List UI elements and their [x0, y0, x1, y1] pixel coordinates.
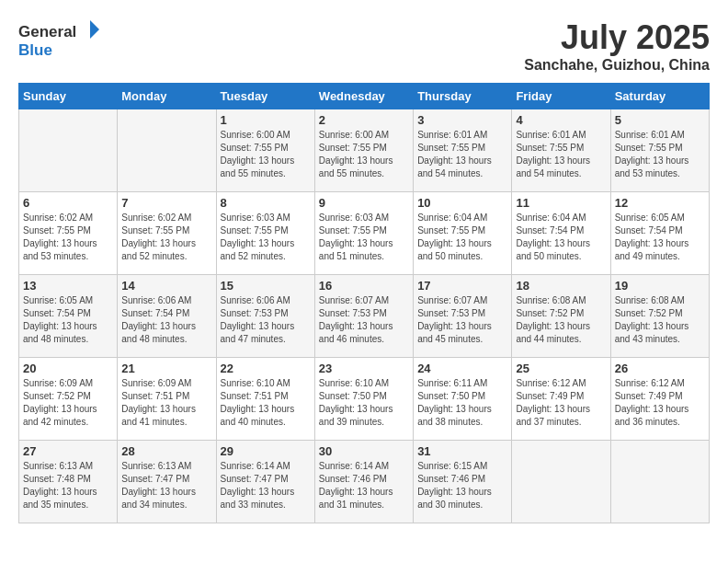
logo-svg: General Blue — [18, 18, 101, 60]
day-info: Sunrise: 6:05 AMSunset: 7:54 PMDaylight:… — [23, 294, 113, 346]
calendar-cell: 26Sunrise: 6:12 AMSunset: 7:49 PMDayligh… — [610, 358, 709, 441]
day-info: Sunrise: 6:09 AMSunset: 7:52 PMDaylight:… — [23, 377, 113, 429]
day-info: Sunrise: 6:04 AMSunset: 7:54 PMDaylight:… — [516, 212, 606, 263]
day-info: Sunrise: 6:13 AMSunset: 7:48 PMDaylight:… — [23, 460, 113, 511]
calendar-cell: 4Sunrise: 6:01 AMSunset: 7:55 PMDaylight… — [512, 109, 610, 192]
calendar-day-header: Tuesday — [216, 84, 314, 109]
calendar-cell: 1Sunrise: 6:00 AMSunset: 7:55 PMDaylight… — [216, 109, 314, 192]
calendar-header-row: SundayMondayTuesdayWednesdayThursdayFrid… — [19, 84, 710, 109]
calendar-cell: 19Sunrise: 6:08 AMSunset: 7:52 PMDayligh… — [610, 275, 709, 358]
day-number: 19 — [615, 279, 705, 293]
day-info: Sunrise: 6:01 AMSunset: 7:55 PMDaylight:… — [615, 129, 705, 180]
day-info: Sunrise: 6:12 AMSunset: 7:49 PMDaylight:… — [615, 377, 705, 429]
day-number: 10 — [417, 196, 507, 210]
day-number: 6 — [23, 196, 113, 210]
calendar-week-row: 27Sunrise: 6:13 AMSunset: 7:48 PMDayligh… — [19, 441, 710, 523]
day-number: 20 — [23, 362, 113, 375]
calendar-cell: 18Sunrise: 6:08 AMSunset: 7:52 PMDayligh… — [512, 275, 610, 358]
calendar-cell — [512, 441, 610, 523]
calendar-week-row: 13Sunrise: 6:05 AMSunset: 7:54 PMDayligh… — [19, 275, 710, 358]
day-number: 9 — [319, 196, 409, 210]
day-number: 17 — [417, 279, 507, 293]
day-info: Sunrise: 6:13 AMSunset: 7:47 PMDaylight:… — [121, 460, 211, 511]
day-number: 21 — [121, 362, 211, 375]
day-info: Sunrise: 6:10 AMSunset: 7:51 PMDaylight:… — [221, 377, 311, 429]
day-info: Sunrise: 6:03 AMSunset: 7:55 PMDaylight:… — [221, 212, 311, 263]
calendar-cell: 29Sunrise: 6:14 AMSunset: 7:47 PMDayligh… — [216, 441, 314, 523]
calendar-cell: 8Sunrise: 6:03 AMSunset: 7:55 PMDaylight… — [216, 192, 314, 275]
day-number: 12 — [615, 196, 705, 210]
calendar-cell: 10Sunrise: 6:04 AMSunset: 7:55 PMDayligh… — [414, 192, 512, 275]
calendar-cell: 16Sunrise: 6:07 AMSunset: 7:53 PMDayligh… — [314, 275, 413, 358]
day-info: Sunrise: 6:12 AMSunset: 7:49 PMDaylight:… — [516, 377, 606, 429]
title-section: July 2025 Sanchahe, Guizhou, China — [524, 18, 710, 74]
day-info: Sunrise: 6:02 AMSunset: 7:55 PMDaylight:… — [121, 212, 211, 263]
calendar-day-header: Thursday — [414, 84, 512, 109]
calendar-day-header: Saturday — [610, 84, 709, 109]
calendar-cell: 15Sunrise: 6:06 AMSunset: 7:53 PMDayligh… — [216, 275, 314, 358]
day-info: Sunrise: 6:07 AMSunset: 7:53 PMDaylight:… — [417, 294, 507, 346]
day-number: 26 — [615, 362, 705, 375]
day-info: Sunrise: 6:14 AMSunset: 7:46 PMDaylight:… — [319, 460, 409, 511]
calendar-cell: 27Sunrise: 6:13 AMSunset: 7:48 PMDayligh… — [19, 441, 118, 523]
day-number: 13 — [23, 279, 113, 293]
day-info: Sunrise: 6:08 AMSunset: 7:52 PMDaylight:… — [516, 294, 606, 346]
calendar-cell: 23Sunrise: 6:10 AMSunset: 7:50 PMDayligh… — [314, 358, 413, 441]
calendar-cell: 12Sunrise: 6:05 AMSunset: 7:54 PMDayligh… — [610, 192, 709, 275]
day-info: Sunrise: 6:14 AMSunset: 7:47 PMDaylight:… — [221, 460, 311, 511]
calendar-day-header: Sunday — [19, 84, 118, 109]
day-number: 23 — [319, 362, 409, 375]
calendar-cell: 21Sunrise: 6:09 AMSunset: 7:51 PMDayligh… — [118, 358, 216, 441]
calendar-week-row: 6Sunrise: 6:02 AMSunset: 7:55 PMDaylight… — [19, 192, 710, 275]
day-info: Sunrise: 6:04 AMSunset: 7:55 PMDaylight:… — [417, 212, 507, 263]
day-info: Sunrise: 6:00 AMSunset: 7:55 PMDaylight:… — [221, 129, 311, 180]
calendar-week-row: 20Sunrise: 6:09 AMSunset: 7:52 PMDayligh… — [19, 358, 710, 441]
calendar-cell: 2Sunrise: 6:00 AMSunset: 7:55 PMDaylight… — [314, 109, 413, 192]
day-number: 25 — [516, 362, 606, 375]
calendar-cell: 17Sunrise: 6:07 AMSunset: 7:53 PMDayligh… — [414, 275, 512, 358]
calendar-cell: 28Sunrise: 6:13 AMSunset: 7:47 PMDayligh… — [118, 441, 216, 523]
calendar-cell: 31Sunrise: 6:15 AMSunset: 7:46 PMDayligh… — [414, 441, 512, 523]
calendar-cell — [118, 109, 216, 192]
day-info: Sunrise: 6:00 AMSunset: 7:55 PMDaylight:… — [319, 129, 409, 180]
day-info: Sunrise: 6:06 AMSunset: 7:53 PMDaylight:… — [221, 294, 311, 346]
calendar-cell: 30Sunrise: 6:14 AMSunset: 7:46 PMDayligh… — [314, 441, 413, 523]
location-title: Sanchahe, Guizhou, China — [524, 57, 710, 74]
calendar-cell: 6Sunrise: 6:02 AMSunset: 7:55 PMDaylight… — [19, 192, 118, 275]
calendar-cell — [19, 109, 118, 192]
calendar-table: SundayMondayTuesdayWednesdayThursdayFrid… — [18, 83, 710, 523]
svg-text:General: General — [18, 23, 76, 40]
calendar-cell: 13Sunrise: 6:05 AMSunset: 7:54 PMDayligh… — [19, 275, 118, 358]
calendar-cell: 25Sunrise: 6:12 AMSunset: 7:49 PMDayligh… — [512, 358, 610, 441]
svg-text:Blue: Blue — [18, 41, 52, 59]
page-header: General Blue July 2025 Sanchahe, Guizhou… — [18, 18, 710, 74]
day-number: 7 — [121, 196, 211, 210]
day-info: Sunrise: 6:02 AMSunset: 7:55 PMDaylight:… — [23, 212, 113, 263]
day-info: Sunrise: 6:07 AMSunset: 7:53 PMDaylight:… — [319, 294, 409, 346]
day-number: 24 — [417, 362, 507, 375]
calendar-cell: 3Sunrise: 6:01 AMSunset: 7:55 PMDaylight… — [414, 109, 512, 192]
calendar-cell: 14Sunrise: 6:06 AMSunset: 7:54 PMDayligh… — [118, 275, 216, 358]
day-number: 3 — [417, 113, 507, 127]
calendar-day-header: Friday — [512, 84, 610, 109]
calendar-cell: 22Sunrise: 6:10 AMSunset: 7:51 PMDayligh… — [216, 358, 314, 441]
calendar-cell: 9Sunrise: 6:03 AMSunset: 7:55 PMDaylight… — [314, 192, 413, 275]
day-number: 2 — [319, 113, 409, 127]
day-info: Sunrise: 6:05 AMSunset: 7:54 PMDaylight:… — [615, 212, 705, 263]
day-number: 31 — [417, 444, 507, 458]
day-info: Sunrise: 6:09 AMSunset: 7:51 PMDaylight:… — [121, 377, 211, 429]
day-info: Sunrise: 6:08 AMSunset: 7:52 PMDaylight:… — [615, 294, 705, 346]
day-number: 11 — [516, 196, 606, 210]
calendar-cell: 5Sunrise: 6:01 AMSunset: 7:55 PMDaylight… — [610, 109, 709, 192]
day-number: 22 — [221, 362, 311, 375]
day-info: Sunrise: 6:11 AMSunset: 7:50 PMDaylight:… — [417, 377, 507, 429]
day-number: 27 — [23, 444, 113, 458]
day-number: 29 — [221, 444, 311, 458]
calendar-cell: 24Sunrise: 6:11 AMSunset: 7:50 PMDayligh… — [414, 358, 512, 441]
day-number: 30 — [319, 444, 409, 458]
day-number: 15 — [221, 279, 311, 293]
logo: General Blue — [18, 18, 101, 60]
day-number: 16 — [319, 279, 409, 293]
day-info: Sunrise: 6:03 AMSunset: 7:55 PMDaylight:… — [319, 212, 409, 263]
calendar-cell: 20Sunrise: 6:09 AMSunset: 7:52 PMDayligh… — [19, 358, 118, 441]
